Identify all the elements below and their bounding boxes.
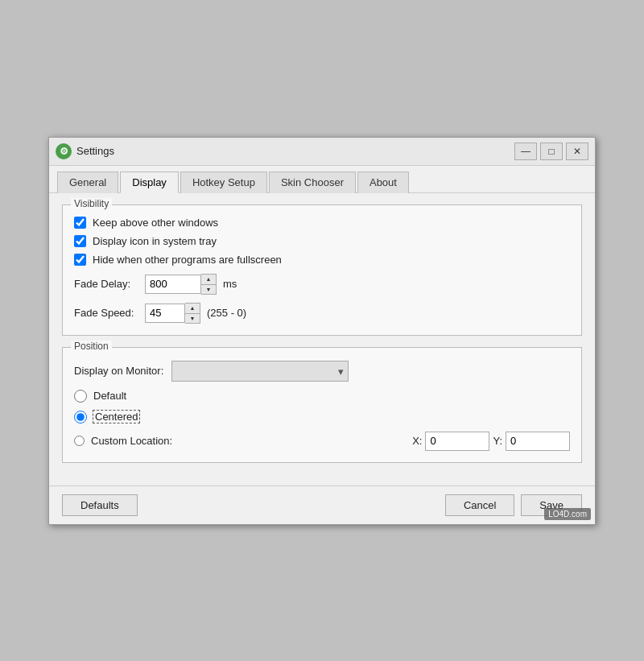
title-bar-left: ⚙ Settings [56,143,114,159]
position-section-label: Position [71,341,112,352]
systray-label[interactable]: Display icon in system tray [93,235,217,247]
window-title: Settings [76,145,114,157]
footer: Defaults Cancel Save [49,485,595,524]
hide-fullscreen-label[interactable]: Hide when other programs are fullscreen [93,254,282,266]
fade-speed-label: Fade Speed: [74,307,138,319]
default-radio[interactable] [74,390,87,403]
x-input[interactable] [425,432,489,451]
keep-above-checkbox[interactable] [74,217,86,229]
fade-delay-down-button[interactable]: ▼ [201,284,216,294]
fade-delay-up-button[interactable]: ▲ [201,275,216,284]
fade-delay-unit: ms [223,278,237,290]
default-radio-row: Default [74,390,570,403]
default-radio-label[interactable]: Default [93,390,126,402]
custom-radio-label[interactable]: Custom Location: [91,435,172,447]
tab-content: Visibility Keep above other windows Disp… [49,193,595,485]
title-controls: — □ ✕ [514,143,588,160]
fade-speed-down-button[interactable]: ▼ [185,313,200,323]
fade-speed-input[interactable] [145,304,185,323]
maximize-button[interactable]: □ [540,143,563,160]
monitor-label: Display on Monitor: [74,365,163,377]
tab-skin[interactable]: Skin Chooser [269,171,356,193]
fade-delay-label: Fade Delay: [74,278,138,290]
monitor-select[interactable] [171,361,349,382]
tab-about[interactable]: About [357,171,409,193]
centered-radio[interactable] [74,411,87,423]
fade-speed-hint: (255 - 0) [207,307,246,319]
tab-general[interactable]: General [57,171,118,193]
custom-radio[interactable] [74,436,85,446]
visibility-section: Visibility Keep above other windows Disp… [62,204,582,336]
defaults-button[interactable]: Defaults [62,494,138,516]
keep-above-row: Keep above other windows [74,217,570,229]
position-section: Position Display on Monitor: Default [62,347,582,463]
systray-row: Display icon in system tray [74,235,570,247]
y-label: Y: [493,435,502,447]
y-input[interactable] [506,432,570,451]
hide-fullscreen-checkbox[interactable] [74,254,86,266]
app-icon: ⚙ [56,143,72,159]
title-bar: ⚙ Settings — □ ✕ [49,138,595,166]
minimize-button[interactable]: — [514,143,537,160]
visibility-section-label: Visibility [71,198,112,209]
fade-speed-spinner-buttons: ▲ ▼ [185,303,200,324]
fade-delay-row: Fade Delay: ▲ ▼ ms [74,274,570,295]
close-button[interactable]: ✕ [566,143,588,160]
watermark: LO4D.com [544,508,591,520]
fade-delay-input[interactable] [145,275,201,294]
tab-hotkey[interactable]: Hotkey Setup [180,171,267,193]
fade-delay-spinner-buttons: ▲ ▼ [201,274,217,295]
fade-speed-spinner: ▲ ▼ [145,303,200,324]
fade-delay-spinner: ▲ ▼ [145,274,217,295]
hide-fullscreen-row: Hide when other programs are fullscreen [74,254,570,266]
tabs-row: General Display Hotkey Setup Skin Choose… [49,166,595,193]
centered-radio-label[interactable]: Centered [93,411,139,423]
centered-radio-row: Centered [74,411,570,423]
systray-checkbox[interactable] [74,235,86,247]
tab-display[interactable]: Display [120,171,179,193]
fade-speed-row: Fade Speed: ▲ ▼ (255 - 0) [74,303,570,324]
x-label: X: [412,435,422,447]
fade-speed-up-button[interactable]: ▲ [185,304,200,313]
monitor-row: Display on Monitor: [74,361,570,382]
custom-location-row: Custom Location: X: Y: [74,432,570,451]
cancel-button[interactable]: Cancel [445,494,514,516]
monitor-select-wrapper [171,361,349,382]
keep-above-label[interactable]: Keep above other windows [93,217,218,229]
settings-window: ⚙ Settings — □ ✕ General Display Hotkey … [48,137,596,525]
coord-group: X: Y: [412,432,570,451]
